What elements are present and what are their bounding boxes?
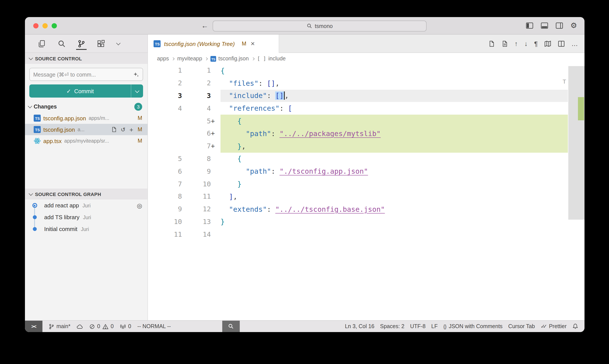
code-line[interactable]: 811 ], [148,190,584,203]
modified-line-number[interactable]: 8 [182,155,211,163]
modified-line-number[interactable]: 2 [182,79,211,87]
cursor-position-indicator[interactable]: Ln 3, Col 16 [345,323,375,329]
changes-section-header[interactable]: Changes 3 [25,101,147,112]
editor-scrollbar[interactable] [568,64,584,320]
code-line-content[interactable]: { [220,153,568,165]
source-control-header[interactable]: SOURCE CONTROL [25,53,147,64]
language-mode-indicator[interactable]: {} JSON with Comments [443,323,503,329]
original-line-number[interactable]: 3 [148,92,182,100]
code-line-content[interactable]: } [220,215,568,228]
original-line-number[interactable]: 1 [148,67,182,75]
notifications-bell[interactable] [572,323,578,329]
toggle-primary-sidebar-icon[interactable] [526,22,533,29]
code-line-content[interactable]: "path": "./tsconfig.app.json" [220,165,568,178]
open-file-icon[interactable] [111,126,117,132]
code-line[interactable]: 7+ }, [148,140,584,153]
toggle-panel-icon[interactable] [541,22,548,29]
original-line-number[interactable]: 2 [148,79,182,87]
code-line[interactable]: 710 } [148,178,584,190]
original-line-number[interactable]: 11 [148,231,182,238]
explorer-icon[interactable] [38,35,46,52]
target-icon[interactable]: ◎ [137,202,142,209]
vim-mode-indicator[interactable]: -- NORMAL -- [137,323,171,329]
minimize-window-button[interactable] [42,23,48,28]
code-line-content[interactable]: { [220,115,568,127]
more-views-chevron-icon[interactable] [117,35,120,52]
modified-line-number[interactable]: 10 [182,180,211,188]
formatter-indicator[interactable]: ✓✓ Prettier [541,323,567,329]
commit-row[interactable]: add react app Juri ◎ [25,199,147,211]
code-line[interactable]: 44 "references": [ [148,102,584,115]
modified-line-number[interactable]: 11 [182,193,211,201]
modified-line-number[interactable]: 5 [182,117,211,125]
modified-line-number[interactable]: 3 [182,92,211,100]
code-line-content[interactable]: }, [220,140,568,153]
code-line[interactable]: 33 "include": [], [148,90,584,102]
stage-changes-icon[interactable]: + [130,126,133,133]
code-line[interactable]: 22 "files": [], [148,77,584,90]
nav-back-button[interactable]: ← [201,22,208,29]
eol-indicator[interactable]: LF [431,323,438,329]
changed-file-row[interactable]: TS tsconfig.app.json apps/m... M [25,112,147,124]
original-line-number[interactable]: 4 [148,104,182,112]
code-line[interactable]: 58 { [148,153,584,165]
ports-indicator[interactable]: 0 [120,323,131,329]
modified-line-number[interactable]: 7 [182,142,211,150]
remote-indicator[interactable]: >< [25,321,42,332]
original-line-number[interactable]: 5 [148,155,182,163]
close-window-button[interactable] [33,23,39,28]
more-actions-icon[interactable]: … [571,40,578,47]
tab-tsconfig-working-tree[interactable]: TS tsconfig.json (Working Tree) M × [148,35,279,53]
toggle-whitespace-icon[interactable]: ¶ [534,40,538,47]
code-line-content[interactable]: "files": [], [220,77,568,90]
modified-line-number[interactable]: 14 [182,231,211,238]
indentation-indicator[interactable]: Spaces: 2 [380,323,404,329]
code-line-content[interactable]: "include": [], [220,90,568,102]
scrollbar-slider[interactable] [568,66,584,220]
commit-button[interactable]: ✓ Commit [29,84,143,98]
original-line-number[interactable]: 10 [148,218,182,226]
code-line-content[interactable]: ], [220,190,568,203]
commit-row[interactable]: Initial commit Juri [25,223,147,235]
code-line[interactable]: 11{ [148,64,584,77]
code-line[interactable]: 69 "path": "./tsconfig.app.json" [148,165,584,178]
code-line[interactable]: 912 "extends": "../../tsconfig.base.json… [148,203,584,216]
tab-completion-indicator[interactable]: Cursor Tab [508,323,535,329]
encoding-indicator[interactable]: UTF-8 [410,323,426,329]
next-change-icon[interactable]: ↓ [524,40,528,47]
modified-line-number[interactable]: 12 [182,205,211,213]
settings-gear-icon[interactable]: ⚙ [570,22,577,29]
code-line[interactable]: 1114 [148,228,584,241]
source-control-graph-header[interactable]: SOURCE CONTROL GRAPH [25,189,147,199]
breadcrumb-item[interactable]: apps [157,56,169,62]
breadcrumb-item[interactable]: TS tsconfig.json [210,56,249,62]
diff-editor[interactable]: 11{22 "files": [],33 "include": [],44 "r… [148,64,584,320]
code-line-content[interactable]: "references": [ [220,102,568,115]
modified-line-number[interactable]: 13 [182,218,211,226]
code-line-content[interactable]: "path": "../../packages/mytslib" [220,127,568,140]
code-line-content[interactable]: "extends": "../../tsconfig.base.json" [220,203,568,216]
code-line[interactable]: 6+ "path": "../../packages/mytslib" [148,127,584,140]
branch-indicator[interactable]: main* [49,323,70,329]
previous-change-icon[interactable]: ↑ [515,40,518,47]
search-view-icon[interactable] [58,35,66,52]
code-line-content[interactable] [220,228,568,241]
modified-line-number[interactable]: 9 [182,168,211,175]
modified-line-number[interactable]: 6 [182,130,211,138]
original-line-number[interactable]: 6 [148,168,182,175]
discard-changes-icon[interactable]: ↺ [121,126,126,133]
modified-line-number[interactable]: 4 [182,104,211,112]
commit-message-input[interactable]: Message (⌘⏎ to comm... [29,68,143,81]
changed-file-row-selected[interactable]: TS tsconfig.json a... ↺ + M [25,124,147,135]
original-line-number[interactable]: 9 [148,205,182,213]
modified-line-number[interactable]: 1 [182,67,211,75]
command-center-search[interactable]: tsmono [213,21,427,31]
commit-dropdown-button[interactable] [131,84,143,98]
problems-indicator[interactable]: 0 0 [89,323,114,329]
source-control-view-icon[interactable] [78,35,85,52]
original-line-number[interactable]: 8 [148,193,182,201]
code-line[interactable]: 1013} [148,215,584,228]
map-icon[interactable] [544,40,551,47]
code-line[interactable]: 5+ { [148,115,584,127]
code-line-content[interactable]: { [220,64,568,77]
